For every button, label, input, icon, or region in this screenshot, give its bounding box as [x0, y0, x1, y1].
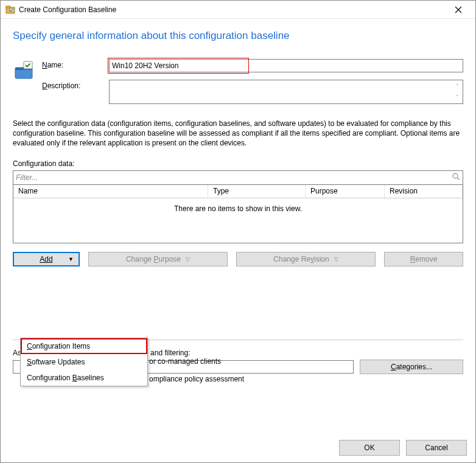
search-icon[interactable] — [452, 172, 460, 183]
change-purpose-button[interactable]: Change Purpose ▽ — [88, 252, 228, 266]
chevron-down-icon[interactable]: ˅ — [452, 92, 462, 103]
name-label: Name: — [42, 59, 109, 69]
add-menu: Configuration Items Software Updates Con… — [20, 338, 148, 386]
close-button[interactable] — [446, 1, 471, 19]
remove-button[interactable]: Remove — [384, 252, 463, 266]
titlebar: Create Configuration Baseline — [1, 1, 475, 19]
column-purpose[interactable]: Purpose — [306, 185, 385, 198]
explanation-text: Select the configuration data (configura… — [13, 119, 463, 148]
name-input[interactable] — [109, 59, 463, 72]
close-icon — [455, 6, 462, 13]
dialog-body: Specify general information about this c… — [1, 19, 475, 433]
menu-item-configuration-items[interactable]: Configuration Items — [21, 338, 147, 354]
svg-point-6 — [453, 173, 458, 178]
description-scroll[interactable]: ˄ ˅ — [452, 81, 462, 103]
page-heading: Specify general information about this c… — [13, 30, 463, 42]
ok-button[interactable]: OK — [339, 440, 400, 456]
dialog-footer: OK Cancel — [1, 433, 475, 462]
categories-button[interactable]: Categories... — [360, 360, 463, 374]
add-button[interactable]: Add ▼ — [13, 252, 80, 266]
svg-rect-1 — [6, 6, 10, 8]
description-label: Description: — [42, 80, 109, 90]
description-input[interactable]: ˄ ˅ — [109, 80, 463, 104]
column-revision[interactable]: Revision — [385, 185, 463, 198]
menu-item-software-updates[interactable]: Software Updates — [21, 354, 147, 370]
grid-empty-text: There are no items to show in this view. — [13, 198, 463, 219]
filter-input[interactable]: Filter... — [13, 170, 463, 185]
app-icon — [5, 5, 15, 15]
config-data-grid[interactable]: Name Type Purpose Revision There are no … — [13, 185, 463, 243]
baseline-icon — [13, 59, 35, 81]
column-name[interactable]: Name — [13, 185, 208, 198]
name-row: Name: Description: ˄ ˅ — [13, 59, 463, 104]
cancel-button[interactable]: Cancel — [406, 440, 467, 456]
compliance-text-fragment: ompliance policy assessment — [149, 375, 244, 383]
grid-button-row: Add ▼ Change Purpose ▽ Change Revision ▽… — [13, 252, 463, 266]
change-revision-button[interactable]: Change Revision ▽ — [236, 252, 376, 266]
chevron-down-icon: ▽ — [334, 256, 338, 262]
dialog-window: Create Configuration Baseline Specify ge… — [0, 0, 476, 463]
chevron-down-icon: ▼ — [68, 256, 74, 262]
grid-header: Name Type Purpose Revision — [13, 185, 463, 198]
config-data-label: Configuration data: — [13, 159, 463, 168]
chevron-up-icon[interactable]: ˄ — [452, 81, 462, 92]
filter-placeholder: Filter... — [16, 173, 452, 182]
window-title: Create Configuration Baseline — [19, 5, 446, 14]
chevron-down-icon: ▽ — [186, 256, 190, 262]
co-managed-text-fragment: or co-managed clients — [149, 357, 221, 366]
menu-item-configuration-baselines[interactable]: Configuration Baselines — [21, 370, 147, 386]
svg-line-7 — [457, 178, 460, 180]
column-type[interactable]: Type — [208, 185, 306, 198]
